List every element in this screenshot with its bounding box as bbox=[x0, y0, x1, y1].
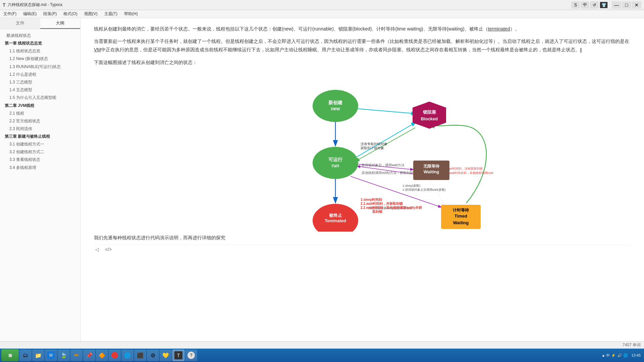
file-manager-icon: 🗂 bbox=[21, 351, 30, 359]
toolbar-btn-shirt[interactable]: 👕 bbox=[600, 2, 608, 8]
main-layout: 文件 大纲 酷谈线程状态 第一章 线程状态总览 1.1 线程状态总览 1.2 N… bbox=[0, 18, 644, 341]
taskbar-app2[interactable]: 🍃 bbox=[58, 350, 70, 361]
taskbar-typora[interactable]: T bbox=[172, 350, 184, 361]
toolbar-btn-s[interactable]: S bbox=[572, 2, 580, 8]
paragraph-3: 下面这幅图描述了线程从创建到消亡之间的状态： bbox=[94, 58, 631, 67]
cursor bbox=[581, 48, 581, 53]
node-timed-label2: Timed bbox=[454, 214, 467, 219]
sidebar-item-2[interactable]: 1.1 线程状态总览 bbox=[0, 47, 80, 55]
app-icon: T bbox=[3, 2, 6, 8]
maximize-button[interactable]: □ bbox=[622, 1, 631, 9]
svg-line-2 bbox=[352, 108, 415, 114]
label-wait-notify: 2.2.wait时间到，其他线程调用notify并获 bbox=[361, 206, 422, 209]
app3-icon: ✏ bbox=[72, 351, 80, 359]
node-blocked-label1: 锁阻塞 bbox=[423, 110, 436, 115]
node-terminated-label2: Teminated bbox=[325, 218, 346, 223]
taskbar-tray: ▲ 中 ⚡ 🔊 🌐 13:45 bbox=[600, 353, 643, 358]
app5-icon: 🔶 bbox=[98, 351, 106, 359]
sidebar-item-0[interactable]: 酷谈线程状态 bbox=[0, 32, 80, 40]
titlebar-extras: S 中 ↺ 👕 — □ ✕ bbox=[572, 1, 641, 9]
menu-edit[interactable]: 编辑(E) bbox=[20, 10, 40, 17]
browser-icon: 🌐 bbox=[123, 351, 131, 359]
sidebar-item-14[interactable]: 3.1 创建线程方式一 bbox=[0, 140, 80, 148]
close-button[interactable]: ✕ bbox=[632, 1, 641, 9]
sidebar-section-1[interactable]: 第一章 线程状态总览 bbox=[0, 40, 80, 47]
sidebar-tab-outline[interactable]: 大纲 bbox=[40, 18, 80, 29]
menu-file[interactable]: 文件(F) bbox=[0, 10, 20, 17]
sidebar-item-4[interactable]: 1.3 RUNNABLE(可运行)状态 bbox=[0, 63, 80, 71]
start-button[interactable]: ⊞ bbox=[1, 349, 19, 361]
label-wait-call: 获得锁对象后，调用wait方法 bbox=[362, 163, 405, 167]
word-count: 7407 单词 bbox=[623, 342, 641, 348]
sidebar-item-16[interactable]: 3.3 查看线程状态 bbox=[0, 156, 80, 164]
node-blocked-label2: Blocked bbox=[421, 116, 438, 121]
explorer-icon: 📁 bbox=[34, 351, 42, 359]
terminated-highlight: terminated bbox=[488, 26, 510, 32]
menu-paragraph[interactable]: 段落(P) bbox=[40, 10, 60, 17]
svg-line-3 bbox=[352, 123, 415, 160]
label-got-lock: 获取到了锁对象 bbox=[361, 146, 384, 150]
prev-nav-btn[interactable]: ◁ bbox=[94, 246, 100, 253]
taskbar-app3[interactable]: ✏ bbox=[70, 350, 83, 361]
bottom-text: 我们先逐每种线程状态进行代码演示说明，而再进行详细的探究 bbox=[94, 235, 631, 241]
state-diagram: 没有争取到锁对象 获取到了锁对象 其他线程调用notify,但没有获取锁 获得锁… bbox=[231, 71, 493, 232]
taskbar-app5[interactable]: 🔶 bbox=[96, 350, 108, 361]
sidebar-item-10[interactable]: 2.1 线程 bbox=[0, 110, 80, 117]
node-waiting-label1: 无限等待 bbox=[423, 164, 440, 169]
node-blocked bbox=[413, 102, 446, 129]
sidebar-section-2[interactable]: 第二章 JVM线程 bbox=[0, 102, 80, 110]
taskbar-browser[interactable]: 🌐 bbox=[121, 350, 133, 361]
node-run-label2: run bbox=[332, 163, 339, 168]
code-nav-btn[interactable]: </> bbox=[104, 246, 113, 253]
sidebar-item-17[interactable]: 3.4 多线程原理 bbox=[0, 164, 80, 172]
node-waiting-label2: Waiting bbox=[424, 169, 439, 174]
menu-format[interactable]: 格式(O) bbox=[60, 10, 80, 17]
minimize-button[interactable]: — bbox=[612, 1, 621, 9]
menu-view[interactable]: 视图(V) bbox=[81, 10, 101, 17]
node-timed-label1: 计时等待 bbox=[453, 208, 469, 213]
titlebar: T 六种线程状态探秘.md - Typora S 中 ↺ 👕 — □ ✕ bbox=[0, 0, 644, 10]
clipboard-icon: ⬛ bbox=[136, 351, 144, 359]
taskbar-app4[interactable]: 📌 bbox=[83, 350, 95, 361]
titlebar-left: T 六种线程状态探秘.md - Typora bbox=[3, 2, 62, 8]
taskbar-help[interactable]: ? bbox=[185, 350, 197, 361]
taskbar-explorer[interactable]: 📁 bbox=[32, 350, 44, 361]
window-controls[interactable]: — □ ✕ bbox=[612, 1, 641, 9]
sidebar-item-6[interactable]: 1.3 三态模型 bbox=[0, 78, 80, 86]
taskbar-file-manager[interactable]: 🗂 bbox=[19, 350, 32, 361]
sidebar-item-5[interactable]: 1.2 什么是进程 bbox=[0, 71, 80, 78]
sidebar-item-15[interactable]: 3.2 创建线程方式二 bbox=[0, 148, 80, 156]
sidebar-item-3[interactable]: 1.2 New (新创建)状态 bbox=[0, 55, 80, 63]
taskbar-app1[interactable]: M bbox=[45, 350, 57, 361]
taskbar-app6[interactable] bbox=[109, 350, 121, 361]
label-wait-timeout2: 2：wait时间未到，其他线程调用notify，没有获 bbox=[444, 171, 493, 175]
svg-line-8 bbox=[429, 180, 444, 205]
taskbar-app7[interactable]: 💛 bbox=[160, 350, 172, 361]
taskbar-settings[interactable]: ⚙ bbox=[147, 350, 159, 361]
node-terminated-label1: 被终止 bbox=[329, 213, 342, 218]
vm-highlight: VM bbox=[94, 47, 101, 52]
sidebar-item-11[interactable]: 2.2 官方线程状态 bbox=[0, 117, 80, 125]
sidebar-tab-file[interactable]: 文件 bbox=[0, 18, 40, 29]
paragraph-2: 当需要新起一个线程来执行某个子任务时，就创建了一个线程。但是线程创建之后，不会立… bbox=[94, 37, 631, 54]
network-icon: 🌐 bbox=[623, 353, 628, 358]
window-title: 六种线程状态探秘.md - Typora bbox=[8, 2, 62, 8]
toolbar-btn-arrow[interactable]: ↺ bbox=[590, 2, 598, 8]
start-label: ⊞ bbox=[8, 353, 12, 358]
sidebar-section-3[interactable]: 第三章 新建与被终止线程 bbox=[0, 133, 80, 140]
menu-help[interactable]: 帮助(H) bbox=[121, 10, 141, 17]
sidebar-item-8[interactable]: 1.5 为什么引入五态模型呢 bbox=[0, 94, 80, 102]
sidebar-content: 酷谈线程状态 第一章 线程状态总览 1.1 线程状态总览 1.2 New (新创… bbox=[0, 29, 80, 174]
settings-icon: ⚙ bbox=[149, 351, 157, 359]
taskbar-clipboard[interactable]: ⬛ bbox=[134, 350, 146, 361]
label-wait-get-lock: 2.1.wait时间到，并获取到锁 bbox=[361, 202, 403, 205]
content-area[interactable]: 线程从创建到最终的消亡，要经历若干个状态。一般来说，线程包括以下这几个状态：创建… bbox=[80, 18, 644, 341]
toolbar-btn-cn[interactable]: 中 bbox=[581, 2, 589, 8]
label-sleep-end: 1:sleep时间到 bbox=[361, 198, 382, 201]
label-wait-param: 2.获得锁对象之后调用wait(参数) bbox=[402, 188, 446, 191]
label-get-lock2: 取到锁 bbox=[372, 210, 383, 214]
app4-icon: 📌 bbox=[85, 351, 93, 359]
menu-theme[interactable]: 主题(T) bbox=[101, 10, 121, 17]
sidebar-item-7[interactable]: 1.4 五态模型 bbox=[0, 86, 80, 94]
sidebar-item-12[interactable]: 2.3 民间流传 bbox=[0, 125, 80, 133]
